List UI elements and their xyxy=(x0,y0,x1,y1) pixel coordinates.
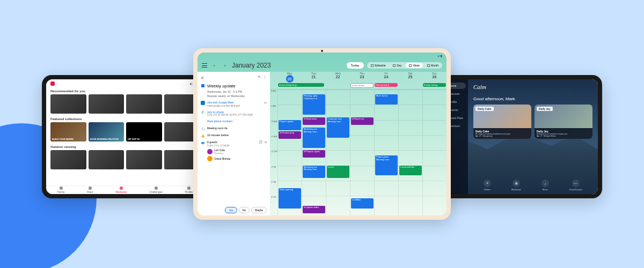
week-grid: Mon20 Tue21 Wed22 Thu23 Fri24 Sat25 Sun2… xyxy=(270,72,447,215)
view-month[interactable]: Month xyxy=(424,63,442,68)
next-button[interactable]: › xyxy=(221,62,229,69)
more-icon[interactable]: ⋮ xyxy=(263,75,267,81)
view-schedule[interactable]: Schedule xyxy=(368,63,389,68)
peloton-header: ◧ ◩ ▢ xyxy=(46,79,204,88)
tab-music[interactable]: ♪Music xyxy=(541,180,549,191)
daily-jay-card[interactable]: Daily Jay Daily Jay A daily dose of wisd… xyxy=(535,105,592,139)
collection-card-hiphop[interactable]: HIP HOP 50 xyxy=(126,122,162,142)
calendar-event[interactable]: ⊘ Summarize xyxy=(303,117,325,125)
day-header[interactable]: Fri24 xyxy=(374,72,398,83)
allday-event[interactable]: Family visiting xyxy=(423,83,446,87)
edit-icon[interactable]: ✎ xyxy=(258,75,261,81)
prev-button[interactable]: ‹ xyxy=(210,62,218,69)
challenges-icon xyxy=(155,187,158,190)
allday-event[interactable]: ⊘ Out of offic xyxy=(350,83,374,88)
attendee-row[interactable]: Grace Bishop xyxy=(207,156,267,161)
profile-icon xyxy=(187,187,191,190)
section-outdoor: Outdoor running xyxy=(46,144,204,150)
day-header[interactable]: Mon20 xyxy=(277,72,302,83)
menu-icon[interactable] xyxy=(202,63,207,68)
calendar-event[interactable]: Project plann Meeting room xyxy=(375,155,398,176)
calendar-event[interactable]: Customer mee Meeting room xyxy=(327,117,349,138)
workouts-icon xyxy=(120,187,123,190)
view-switcher: Schedule Day Week Month xyxy=(367,62,442,69)
calendar-event[interactable]: ⊘ Finalize prep xyxy=(279,131,301,139)
sun-icon: ☀ xyxy=(484,180,491,187)
workout-card[interactable] xyxy=(89,94,125,114)
event-detail-panel: × ✎ ⋮ Weekly update Wednesday, Jan 22 · … xyxy=(197,72,270,215)
calm-logo: Calm xyxy=(473,84,592,90)
close-icon[interactable]: × xyxy=(201,75,204,81)
view-week[interactable]: Week xyxy=(406,63,423,68)
rsvp-maybe-button[interactable]: Maybe xyxy=(251,207,267,213)
tablet-peloton: ◧ ◩ ▢ Recommended for you Featured colle… xyxy=(42,75,208,198)
collection-card-barre[interactable]: BUILD YOUR BARRE xyxy=(50,122,86,142)
calendar-event[interactable]: Marketing wor Meeting room xyxy=(303,166,325,178)
calendar-event[interactable]: ⊘ Update slides xyxy=(303,206,325,213)
lotus-icon: ◉ xyxy=(513,180,520,187)
tab-profile[interactable]: Profile xyxy=(185,187,193,193)
calendar-event[interactable]: Lunch with Nor xyxy=(399,166,422,176)
daily-calm-card[interactable]: Daily Calm Daily Calm An original, inspi… xyxy=(473,105,531,139)
day-header[interactable]: Wed22 xyxy=(326,72,350,83)
calendar-event[interactable]: Lori/Mike xyxy=(351,198,374,209)
tab-challenges[interactable]: Challenges xyxy=(149,187,163,193)
today-button[interactable]: Today xyxy=(347,62,364,69)
day-header[interactable]: Tue21 xyxy=(302,72,326,83)
workout-card[interactable] xyxy=(126,150,162,169)
section-featured: Featured collections xyxy=(46,116,204,122)
calendar-event[interactable]: ⊘ Reach out xyxy=(351,117,374,125)
attendee-row[interactable]: Lori ColeOrganizer xyxy=(207,148,267,154)
email-icon[interactable]: ✉ xyxy=(265,140,267,144)
people-icon: 👥 xyxy=(201,140,205,145)
rsvp-yes-button[interactable]: Yes xyxy=(225,207,237,213)
day-header[interactable]: Sat25 xyxy=(398,72,422,83)
chat-icon[interactable]: 💬 xyxy=(259,140,262,144)
week-icon xyxy=(409,64,412,67)
day-header[interactable]: Sun26 xyxy=(422,72,447,83)
event-title: Weekly update xyxy=(207,84,267,89)
calendar-event[interactable]: Marketing wor Meeting room xyxy=(303,128,325,148)
calendar-toolbar: ‹ › January 2023 Today Schedule Day Week… xyxy=(197,59,447,72)
status-bar: ▸▪▮ xyxy=(197,53,447,59)
workout-card[interactable] xyxy=(126,94,162,114)
tab-feed[interactable]: Feed xyxy=(87,187,93,193)
peloton-logo-icon xyxy=(50,81,55,86)
calendar-event[interactable]: Project update xyxy=(279,120,301,130)
month-icon xyxy=(427,64,430,67)
calendar-event[interactable]: Meet Janice xyxy=(375,94,398,105)
allday-event[interactable]: Pick up new b xyxy=(375,83,398,87)
avatar xyxy=(207,156,213,161)
view-day[interactable]: Day xyxy=(390,63,405,68)
tablet-calm: Home Discover Profile Scenes Guest Pass … xyxy=(436,75,602,198)
day-icon xyxy=(393,64,396,67)
tablet-calendar: ▸▪▮ ‹ › January 2023 Today Schedule Day … xyxy=(193,48,451,220)
wave-icon: 〰 xyxy=(572,180,580,187)
tab-workouts[interactable]: Workouts xyxy=(115,187,127,193)
tab-meditation[interactable]: ◉Meditation xyxy=(511,180,521,191)
music-icon: ♪ xyxy=(541,180,549,187)
more-phones-link[interactable]: More phone numbers xyxy=(207,120,267,123)
workout-card[interactable] xyxy=(89,150,125,169)
camera-icon xyxy=(321,50,323,52)
tab-dailies[interactable]: ☀Dailies xyxy=(484,180,491,191)
calendar-event[interactable]: Lunch xyxy=(327,166,349,178)
calendar-event[interactable]: ⊘ Prepare speec xyxy=(303,150,325,158)
home-icon xyxy=(60,187,63,190)
google-meet-icon xyxy=(201,101,205,105)
rsvp-no-button[interactable]: No xyxy=(239,207,250,213)
feed-icon xyxy=(89,187,92,190)
day-header[interactable]: Thu23 xyxy=(350,72,374,83)
workout-card[interactable] xyxy=(50,94,86,114)
bell-icon: 🔔 xyxy=(201,133,205,138)
schedule-icon xyxy=(371,64,374,67)
collection-card-morning[interactable]: GOOD MORNING PELOTON xyxy=(89,122,125,142)
tab-home[interactable]: Home xyxy=(57,187,64,193)
avatar xyxy=(207,149,213,154)
workout-card[interactable] xyxy=(50,150,86,169)
calendar-event[interactable]: Planning upda Conference ro xyxy=(303,94,325,115)
calendar-event[interactable]: Store opening xyxy=(279,188,301,209)
tab-soundscapes[interactable]: 〰Soundscapes xyxy=(569,180,582,191)
share-icon[interactable]: ⫘ xyxy=(264,101,267,104)
calendar-title: January 2023 xyxy=(232,62,271,69)
